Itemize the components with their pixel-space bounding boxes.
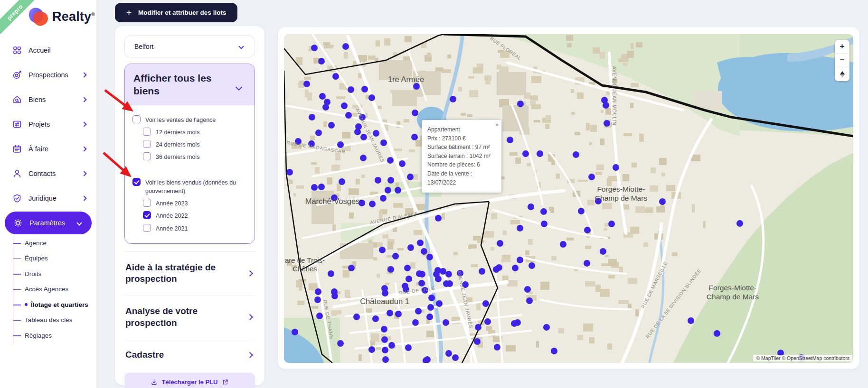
filter-group-1[interactable]: Voir les biens vendus (données du gouver… [132, 178, 247, 195]
property-dot[interactable] [551, 348, 557, 354]
property-dot[interactable] [379, 247, 386, 253]
property-dot[interactable] [428, 295, 435, 301]
property-dot[interactable] [407, 174, 414, 180]
property-dot[interactable] [382, 347, 388, 353]
property-dot[interactable] [526, 297, 533, 304]
property-dot[interactable] [339, 178, 345, 185]
property-dot[interactable] [286, 169, 293, 176]
property-dot[interactable] [537, 150, 543, 157]
property-dot[interactable] [348, 86, 354, 93]
property-dot[interactable] [450, 96, 456, 102]
property-dot[interactable] [426, 254, 433, 260]
filter-group-0[interactable]: Voir les ventes de l'agence [132, 115, 247, 124]
property-dot[interactable] [332, 73, 339, 80]
property-dot[interactable] [387, 177, 394, 184]
property-dot[interactable] [318, 58, 325, 65]
property-dot[interactable] [372, 315, 379, 322]
city-select[interactable]: Belfort [124, 36, 255, 57]
zoom-out-button[interactable]: − [835, 54, 849, 67]
property-dot[interactable] [511, 320, 518, 327]
property-dot[interactable] [405, 344, 412, 351]
property-dot[interactable] [373, 130, 379, 137]
property-dot[interactable] [736, 220, 743, 227]
filter-option-0-1[interactable]: 24 derniers mois [143, 140, 247, 149]
property-dot[interactable] [399, 160, 406, 167]
property-dot[interactable] [517, 225, 523, 231]
property-dot[interactable] [433, 271, 440, 277]
submenu-item--quipes[interactable]: Équipes [13, 251, 96, 267]
property-dot[interactable] [315, 129, 322, 136]
property-dot[interactable] [475, 324, 481, 331]
property-dot[interactable] [292, 329, 298, 335]
compass-button[interactable] [835, 67, 849, 81]
property-dot[interactable] [328, 270, 334, 277]
property-dot[interactable] [331, 293, 338, 299]
property-dot[interactable] [382, 290, 388, 296]
submenu-item-droits[interactable]: Droits [13, 266, 96, 282]
property-dot[interactable] [395, 311, 402, 317]
property-dot[interactable] [436, 300, 443, 307]
sidebar-item-biens[interactable]: Biens [0, 87, 96, 112]
submenu-item-agence[interactable]: Agence [13, 235, 96, 251]
property-dot[interactable] [315, 288, 321, 295]
property-dot[interactable] [517, 101, 524, 107]
property-dot[interactable] [540, 208, 547, 215]
property-dot[interactable] [303, 81, 310, 87]
property-dot[interactable] [474, 338, 481, 345]
modify-assign-islets-button[interactable]: + Modifier et attribuer des ilots [115, 3, 237, 22]
property-dot[interactable] [573, 151, 579, 158]
property-dot[interactable] [445, 350, 452, 357]
property-dot[interactable] [406, 276, 412, 282]
zoom-in-button[interactable]: + [835, 40, 849, 54]
property-dot[interactable] [517, 257, 523, 263]
property-dot[interactable] [421, 248, 427, 255]
property-dot[interactable] [311, 45, 318, 51]
property-dot[interactable] [608, 221, 615, 227]
property-dot[interactable] [316, 313, 323, 319]
property-dot[interactable] [418, 280, 425, 286]
property-dot[interactable] [440, 268, 446, 275]
property-dot[interactable] [388, 342, 395, 349]
property-dot[interactable] [375, 177, 381, 184]
checkbox[interactable] [132, 115, 141, 123]
sidebar-item-accueil[interactable]: Accueil [0, 38, 96, 63]
accordion-header[interactable]: Afficher tous les biens [125, 64, 255, 105]
property-dot[interactable] [688, 317, 694, 324]
property-dot[interactable] [588, 174, 595, 180]
property-dot[interactable] [345, 112, 352, 119]
property-dot[interactable] [380, 195, 387, 202]
property-dot[interactable] [524, 286, 531, 293]
property-dot[interactable] [382, 356, 389, 363]
property-dot[interactable] [407, 244, 414, 251]
sidebar-item-juridique[interactable]: Juridique [0, 186, 96, 211]
property-dot[interactable] [659, 198, 666, 205]
property-dot[interactable] [613, 164, 619, 171]
property-dot[interactable] [496, 264, 502, 271]
property-dot[interactable] [528, 262, 535, 269]
property-dot[interactable] [445, 271, 452, 277]
property-dot[interactable] [512, 265, 519, 271]
property-dot[interactable] [417, 240, 424, 246]
property-dot[interactable] [603, 102, 609, 109]
property-dot[interactable] [314, 296, 321, 303]
sidebar-item-prospections[interactable]: Prospections [0, 63, 96, 87]
property-dot[interactable] [494, 344, 500, 351]
property-dot[interactable] [380, 139, 387, 146]
property-dot[interactable] [413, 83, 420, 90]
checkbox[interactable] [132, 178, 141, 186]
section-cadastre[interactable]: Cadastre [124, 339, 255, 371]
property-dot[interactable] [541, 221, 547, 227]
property-dot[interactable] [482, 300, 489, 307]
filter-option-0-2[interactable]: 36 derniers mois [143, 152, 247, 161]
property-dot[interactable] [543, 324, 550, 331]
property-dot[interactable] [337, 141, 344, 148]
popup-close-icon[interactable]: × [496, 121, 499, 129]
property-dot[interactable] [341, 102, 348, 109]
property-dot[interactable] [479, 268, 485, 275]
property-dot[interactable] [381, 326, 387, 333]
property-dot[interactable] [360, 134, 367, 140]
property-dot[interactable] [328, 122, 335, 129]
property-dot[interactable] [578, 208, 585, 214]
filter-option-1-0[interactable]: Année 2023 [143, 199, 247, 208]
checkbox[interactable] [143, 199, 151, 207]
